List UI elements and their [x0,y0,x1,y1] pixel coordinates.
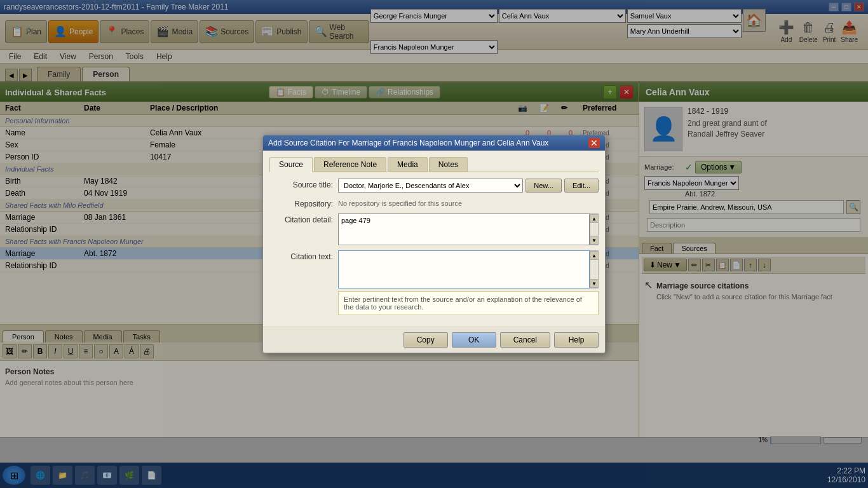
modal-tab-media[interactable]: Media [388,157,428,172]
repository-value: No repository is specified for this sour… [338,198,462,207]
citation-hint-box: Enter pertinent text from the source and… [338,291,599,315]
source-title-label: Source title: [269,179,333,189]
repository-field: Repository: No repository is specified f… [269,198,599,208]
citation-detail-label: Citation detail: [269,214,333,224]
source-title-dropdown[interactable]: Doctor, Marjorie E., Descendants of Alex [338,179,523,193]
repository-label: Repository: [269,198,333,208]
scroll-up-btn[interactable]: ▲ [590,214,599,223]
modal-tabs: Source Reference Note Media Notes [269,157,599,172]
citation-text-input-area: ▲ ▼ Enter pertinent text from the source… [338,250,599,315]
modal-overlay: Add Source Citation For Marriage of Fran… [0,0,868,488]
scroll-up-btn2[interactable]: ▲ [590,251,599,260]
citation-detail-wrapper: page 479 ▲ ▼ [338,214,599,245]
scroll-down-btn[interactable]: ▼ [590,236,599,245]
modal-tab-notes[interactable]: Notes [429,157,468,172]
cancel-btn[interactable]: Cancel [500,332,550,348]
citation-text-wrapper: ▲ ▼ Enter pertinent text from the source… [338,250,599,315]
copy-btn[interactable]: Copy [403,332,448,348]
citation-text-field: Citation text: ▲ ▼ Enter pertinent text … [269,250,599,315]
help-btn[interactable]: Help [554,332,599,348]
citation-detail-textarea[interactable]: page 479 [338,214,590,245]
source-edit-btn[interactable]: Edit... [564,179,599,193]
scroll-track [590,223,598,236]
scroll-down-btn2[interactable]: ▼ [590,279,599,288]
source-title-field: Source title: Doctor, Marjorie E., Desce… [269,179,599,193]
ok-btn[interactable]: OK [452,332,496,348]
scroll-track2 [590,260,598,279]
citation-text-row: ▲ ▼ [338,250,599,288]
modal-footer: Copy OK Cancel Help [263,327,605,353]
modal-tab-ref-note[interactable]: Reference Note [314,157,386,172]
modal-dialog: Add Source Citation For Marriage of Fran… [262,135,606,353]
modal-tab-source[interactable]: Source [269,157,313,172]
modal-title-text: Add Source Citation For Marriage of Fran… [268,139,548,147]
source-new-btn[interactable]: New... [526,179,562,193]
citation-detail-scrollbar: ▲ ▼ [590,214,599,245]
citation-text-textarea[interactable] [338,250,590,288]
citation-detail-input-area: page 479 ▲ ▼ [338,214,599,245]
citation-text-label: Citation text: [269,250,333,261]
citation-text-scrollbar: ▲ ▼ [590,250,599,288]
modal-title-bar: Add Source Citation For Marriage of Fran… [263,135,605,151]
modal-close-btn[interactable]: ✕ [588,138,600,148]
source-title-input-row: Doctor, Marjorie E., Descendants of Alex… [338,179,599,193]
citation-detail-field: Citation detail: page 479 ▲ ▼ [269,214,599,245]
modal-body: Source Reference Note Media Notes Source… [263,151,605,327]
